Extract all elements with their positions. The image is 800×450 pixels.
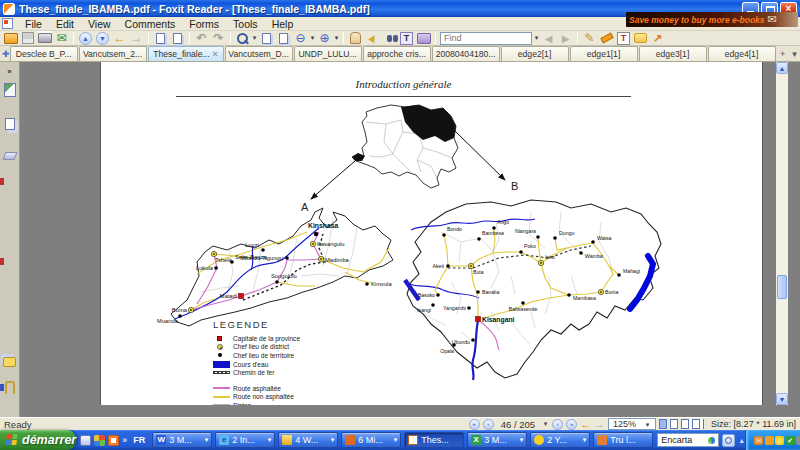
zoom-in-button[interactable]: ⊕: [316, 31, 333, 45]
first-page-button[interactable]: «: [469, 419, 480, 430]
tab-list-button[interactable]: ▾: [789, 47, 800, 61]
taskbar-button[interactable]: 6 Mi...▾: [341, 432, 401, 448]
text-select-button[interactable]: T: [400, 32, 413, 45]
tab-close-icon[interactable]: ×: [213, 49, 218, 59]
undo-button[interactable]: ↶: [193, 31, 210, 45]
menu-help[interactable]: Help: [265, 17, 301, 31]
taskbar-group-caret[interactable]: ▾: [331, 436, 335, 444]
facing-view-icon[interactable]: [681, 419, 689, 429]
note-tool-button[interactable]: [632, 31, 649, 45]
outlook-quicklaunch-icon[interactable]: [80, 435, 91, 446]
hand-tool-button[interactable]: [347, 31, 364, 45]
find-caret[interactable]: ▾: [533, 34, 540, 42]
taskbar-group-caret[interactable]: ▾: [583, 436, 587, 444]
document-tab[interactable]: 20080404180...: [432, 46, 500, 61]
menu-forms[interactable]: Forms: [182, 17, 226, 31]
document-tab[interactable]: Vancutsem_D...: [225, 46, 293, 61]
find-previous-button[interactable]: ◀: [540, 31, 557, 45]
layers-panel-icon[interactable]: [2, 148, 17, 163]
taskbar-group-caret[interactable]: ▾: [205, 436, 209, 444]
typewriter-tool-button[interactable]: T: [617, 32, 630, 45]
document-tab[interactable]: edge3[1]: [639, 46, 707, 61]
last-page-button[interactable]: »: [566, 419, 577, 430]
document-tab[interactable]: Vancutsem_2...: [79, 46, 147, 61]
page-caret[interactable]: ▾: [542, 420, 549, 428]
tab-scroll-left-button[interactable]: ✚: [2, 47, 10, 61]
next-view-button[interactable]: →: [128, 31, 145, 45]
document-tab[interactable]: UNDP_LULU...: [294, 46, 362, 61]
save-button[interactable]: [19, 31, 36, 45]
print-button[interactable]: [36, 31, 53, 45]
deskbar-expand-icon[interactable]: ▲: [738, 437, 745, 444]
scroll-up-button[interactable]: ▲: [776, 62, 788, 74]
next-view-status-button[interactable]: →: [594, 418, 605, 430]
tray-icon[interactable]: [765, 436, 774, 445]
open-button[interactable]: [2, 31, 19, 45]
sidebar-collapse-icon[interactable]: »: [2, 64, 17, 79]
snapshot-icon[interactable]: [262, 33, 271, 44]
ad-banner[interactable]: Save money to buy more e-books ✉: [626, 12, 798, 27]
vertical-scrollbar[interactable]: ▲ ▼: [776, 62, 788, 405]
arrow-tool-button[interactable]: ↗: [649, 31, 666, 45]
document-tab[interactable]: edge4[1]: [708, 46, 776, 61]
pencil-tool-button[interactable]: ✎: [581, 31, 598, 45]
bookmarks-panel-icon[interactable]: [2, 82, 17, 97]
search-button[interactable]: [381, 31, 398, 45]
first-page-icon[interactable]: [156, 33, 165, 44]
tray-icon[interactable]: [796, 436, 800, 445]
email-button[interactable]: ✉: [53, 31, 70, 45]
zoom-tool-button[interactable]: [234, 31, 251, 45]
find-next-button[interactable]: ▶: [557, 31, 574, 45]
continuous-facing-view-icon[interactable]: [692, 419, 700, 429]
comments-panel-icon[interactable]: [2, 354, 17, 369]
pages-panel-icon[interactable]: [2, 116, 17, 131]
taskbar-button[interactable]: W3 M...▾: [152, 432, 212, 448]
zoom-tool-caret[interactable]: ▾: [251, 34, 258, 42]
taskbar-button[interactable]: X3 M...▾: [467, 432, 527, 448]
taskbar-button[interactable]: Tru l...: [593, 432, 653, 448]
menu-file[interactable]: File: [18, 17, 49, 31]
single-page-view-icon[interactable]: [659, 419, 667, 429]
zoom-level-select[interactable]: 125% ▾: [608, 418, 656, 430]
zoom-in-caret[interactable]: ▾: [333, 34, 340, 42]
language-indicator[interactable]: FR: [130, 434, 148, 446]
menu-view[interactable]: View: [81, 17, 118, 31]
document-tab[interactable]: edge1[1]: [570, 46, 638, 61]
foxit-quicklaunch-icon[interactable]: [108, 435, 119, 446]
quicklaunch-overflow-chevron[interactable]: »: [122, 435, 127, 445]
snapshot-camera-button[interactable]: [415, 31, 432, 45]
attachments-panel-icon[interactable]: [2, 380, 17, 395]
next-page-button[interactable]: ▼: [96, 32, 109, 45]
tray-icon[interactable]: ☺: [775, 436, 784, 445]
encarta-search-button[interactable]: [722, 434, 735, 447]
taskbar-button[interactable]: Thes...: [404, 432, 464, 448]
encarta-search-input[interactable]: Encarta: [657, 433, 719, 447]
taskbar-button[interactable]: 4 W...▾: [278, 432, 338, 448]
media-quicklaunch-icon[interactable]: [94, 435, 105, 446]
taskbar-group-caret[interactable]: ▾: [520, 436, 524, 444]
menu-edit[interactable]: Edit: [49, 17, 81, 31]
zoom-out-caret[interactable]: ▾: [309, 34, 316, 42]
zoom-out-button[interactable]: ⊖: [292, 31, 309, 45]
scroll-down-button[interactable]: ▼: [776, 393, 788, 405]
taskbar-button[interactable]: e2 In...▾: [215, 432, 275, 448]
taskbar-group-caret[interactable]: ▾: [394, 436, 398, 444]
new-tab-button[interactable]: +: [777, 47, 789, 61]
previous-view-button[interactable]: ←: [111, 31, 128, 45]
document-tab[interactable]: approche cris...: [363, 46, 431, 61]
document-tab[interactable]: Desclee B_P...: [10, 46, 78, 61]
taskbar-button[interactable]: 2 Y...▾: [530, 432, 590, 448]
prev-page-button[interactable]: ‹: [483, 419, 494, 430]
previous-view-status-button[interactable]: ←: [580, 418, 591, 430]
vertical-scroll-thumb[interactable]: [777, 275, 787, 299]
continuous-view-icon[interactable]: [670, 419, 678, 429]
last-page-icon[interactable]: [173, 33, 182, 44]
tray-icon[interactable]: ✉: [754, 436, 763, 445]
redo-button[interactable]: ↷: [210, 31, 227, 45]
taskbar-group-caret[interactable]: ▾: [268, 436, 272, 444]
find-input[interactable]: [440, 32, 532, 45]
start-button[interactable]: démarrer: [0, 430, 76, 450]
next-page-button2[interactable]: ›: [552, 419, 563, 430]
tray-icon[interactable]: ✔: [786, 436, 795, 445]
clipboard-icon[interactable]: [279, 33, 288, 44]
